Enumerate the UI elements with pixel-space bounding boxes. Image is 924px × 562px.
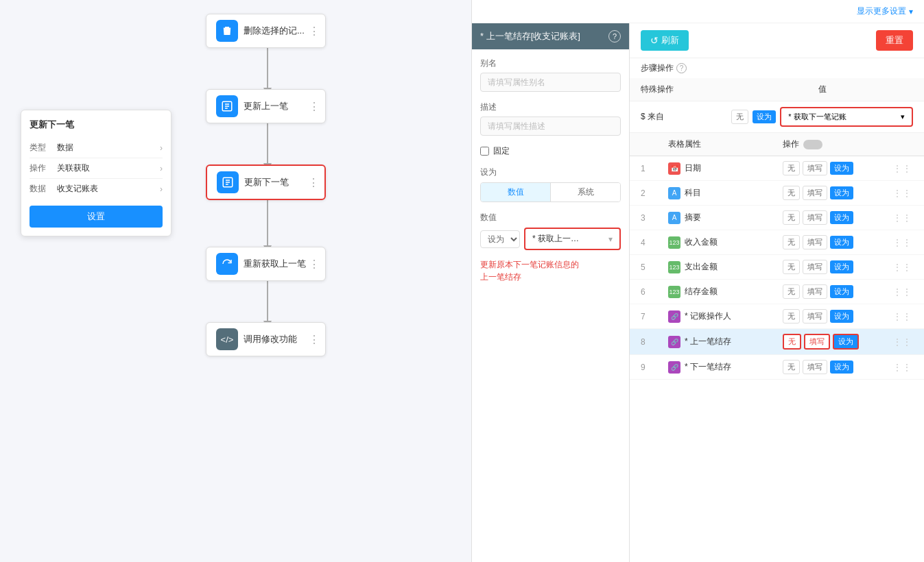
drag-1[interactable]: ⋮⋮ (892, 163, 913, 174)
tab-system[interactable]: 系统 (551, 183, 620, 201)
op-set-2[interactable]: 设为 (830, 186, 853, 199)
update-prev-more[interactable]: ⋮ (309, 100, 320, 113)
op-wu-7[interactable]: 无 (783, 309, 800, 323)
op-set-5[interactable]: 设为 (830, 260, 853, 273)
refresh-icon: ↺ (650, 35, 659, 46)
step-ops-help[interactable]: ? (676, 63, 687, 73)
table-row: 4 123 收入金额 无 填写 设为 ⋮⋮ (630, 230, 924, 255)
table-row: 9 🔗 * 下一笔结存 无 填写 设为 ⋮⋮ (630, 355, 924, 380)
update-prev-node[interactable]: 更新上一笔 ⋮ (206, 89, 326, 123)
update-next-node[interactable]: 更新下一笔 ⋮ (206, 164, 326, 200)
call-icon: </> (216, 328, 238, 350)
op-wu-2[interactable]: 无 (783, 186, 800, 200)
canvas-area: 删除选择的记... ⋮ 更新上一笔 ⋮ 更新下一笔 ⋮ 重新获取上一笔 ⋮ </… (0, 0, 471, 562)
source-dropdown[interactable]: * 获取下一笔记账 ▾ (780, 107, 913, 127)
op-set-3[interactable]: 设为 (830, 211, 853, 224)
settings-button[interactable]: 设置 (29, 206, 163, 228)
desc-label: 描述 (480, 101, 621, 113)
table-row: 1 📅 日期 无 填写 设为 ⋮⋮ (630, 156, 924, 181)
show-more-link[interactable]: 显示更多设置 ▾ (857, 5, 913, 17)
call-node[interactable]: </> 调用修改功能 ⋮ (206, 322, 326, 356)
canvas-svg (0, 0, 471, 562)
panel-row-type: 类型 数据 › (29, 138, 163, 158)
source-wu-btn[interactable]: 无 (731, 110, 748, 124)
config-body: 别名 描述 固定 设为 数值 系统 (472, 49, 629, 562)
op-wu-5[interactable]: 无 (783, 260, 800, 274)
row-num-2: 2 (641, 188, 668, 198)
field-icon-6: 123 (668, 286, 680, 298)
right-content: * 上一笔结存[收支记账表] ? 别名 描述 固定 (472, 23, 924, 562)
update-prev-label: 更新上一笔 (244, 100, 288, 112)
alias-input[interactable] (480, 73, 621, 92)
field-icon-5: 123 (668, 261, 680, 273)
op-wu-3[interactable]: 无 (783, 210, 800, 225)
row-num-5: 5 (641, 262, 668, 272)
op-wu-6[interactable]: 无 (783, 284, 800, 299)
step-ops-label: 步骤操作 ? (630, 58, 924, 78)
op-wu-8[interactable]: 无 (783, 334, 801, 350)
op-set-7[interactable]: 设为 (830, 310, 853, 323)
op-wu-9[interactable]: 无 (783, 360, 800, 374)
field-icon-8: 🔗 (668, 336, 680, 348)
op-set-9[interactable]: 设为 (830, 361, 853, 374)
op-set-8[interactable]: 设为 (833, 334, 859, 350)
op-fill-9[interactable]: 填写 (803, 360, 827, 374)
desc-input[interactable] (480, 117, 621, 136)
drag-9[interactable]: ⋮⋮ (892, 362, 913, 373)
reset-button[interactable]: 重置 (876, 30, 913, 51)
field-name-8: * 上一笔结存 (685, 336, 731, 347)
op-fill-7[interactable]: 填写 (803, 309, 827, 323)
row-field-3: A 摘要 (668, 212, 783, 224)
op-fill-8[interactable]: 填写 (804, 334, 830, 350)
value-select[interactable]: 设为 (480, 230, 520, 248)
alias-group: 别名 (480, 58, 621, 92)
field-icon-1: 📅 (668, 162, 680, 175)
op-set-4[interactable]: 设为 (830, 236, 853, 249)
op-fill-5[interactable]: 填写 (803, 260, 827, 274)
set-as-label: 设为 (480, 167, 621, 178)
op-fill-6[interactable]: 填写 (803, 284, 827, 299)
drag-7[interactable]: ⋮⋮ (892, 311, 913, 322)
source-set-btn[interactable]: 设为 (753, 110, 776, 123)
config-help-icon[interactable]: ? (608, 30, 621, 42)
sidebar-panel-title: 更新下一笔 (29, 119, 163, 131)
field-name-4: 收入金额 (685, 236, 718, 248)
field-name-7: * 记账操作人 (685, 310, 731, 322)
chevron-down-icon: ▾ (909, 7, 913, 16)
op-wu-1[interactable]: 无 (783, 161, 800, 175)
table-row-highlighted: 8 🔗 * 上一笔结存 无 填写 设为 ⋮⋮ (630, 329, 924, 355)
update-next-more[interactable]: ⋮ (308, 176, 319, 189)
delete-node-more[interactable]: ⋮ (309, 25, 320, 38)
drag-5[interactable]: ⋮⋮ (892, 262, 913, 273)
drag-8[interactable]: ⋮⋮ (892, 337, 913, 347)
ops-toggle[interactable] (803, 140, 822, 149)
fixed-checkbox[interactable] (480, 147, 489, 156)
drag-2[interactable]: ⋮⋮ (892, 188, 913, 199)
op-fill-1[interactable]: 填写 (803, 161, 827, 175)
op-set-1[interactable]: 设为 (830, 162, 853, 175)
call-more[interactable]: ⋮ (309, 333, 320, 346)
op-wu-4[interactable]: 无 (783, 235, 800, 249)
data-table: 1 📅 日期 无 填写 设为 ⋮⋮ 2 A (630, 156, 924, 562)
set-as-tabs: 数值 系统 (480, 182, 621, 202)
fixed-row: 固定 (480, 145, 621, 157)
table-row: 6 123 结存金额 无 填写 设为 ⋮⋮ (630, 280, 924, 304)
table-row: 2 A 科目 无 填写 设为 ⋮⋮ (630, 181, 924, 206)
drag-4[interactable]: ⋮⋮ (892, 237, 913, 248)
drag-6[interactable]: ⋮⋮ (892, 286, 913, 297)
tab-value[interactable]: 数值 (481, 183, 551, 201)
row-field-1: 📅 日期 (668, 162, 783, 175)
value-dropdown[interactable]: * 获取上一… ▾ (524, 228, 621, 250)
op-fill-3[interactable]: 填写 (803, 210, 827, 225)
table-header: 表格属性 操作 (630, 133, 924, 156)
value-dropdown-chevron: ▾ (608, 234, 613, 244)
op-set-6[interactable]: 设为 (830, 285, 853, 298)
refetch-node[interactable]: 重新获取上一笔 ⋮ (206, 247, 326, 281)
delete-node[interactable]: 删除选择的记... ⋮ (206, 14, 326, 48)
refetch-more[interactable]: ⋮ (309, 258, 320, 271)
op-fill-4[interactable]: 填写 (803, 235, 827, 249)
refresh-button[interactable]: ↺ 刷新 (641, 30, 689, 51)
row-num-7: 7 (641, 312, 668, 321)
drag-3[interactable]: ⋮⋮ (892, 212, 913, 223)
op-fill-2[interactable]: 填写 (803, 186, 827, 200)
